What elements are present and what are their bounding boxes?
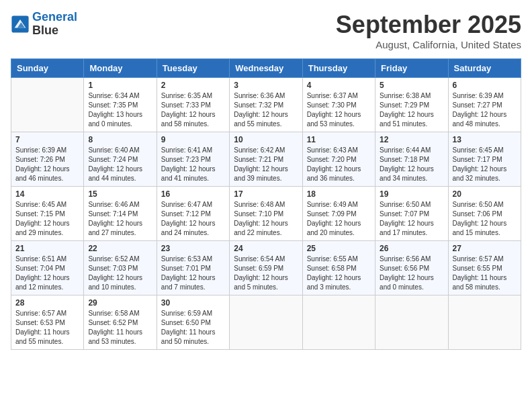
weekday-header-saturday: Saturday <box>448 59 521 78</box>
cell-info: Sunrise: 6:58 AMSunset: 6:52 PMDaylight:… <box>88 309 152 347</box>
day-number: 27 <box>453 244 517 253</box>
weekday-header-thursday: Thursday <box>302 59 375 78</box>
cell-info: Sunrise: 6:50 AMSunset: 7:06 PMDaylight:… <box>453 200 517 238</box>
calendar-cell: 3Sunrise: 6:36 AMSunset: 7:32 PMDaylight… <box>230 78 302 132</box>
day-number: 15 <box>88 189 152 199</box>
calendar-cell: 9Sunrise: 6:41 AMSunset: 7:23 PMDaylight… <box>157 132 229 187</box>
calendar-cell: 11Sunrise: 6:43 AMSunset: 7:20 PMDayligh… <box>302 132 375 187</box>
calendar-week-5: 28Sunrise: 6:57 AMSunset: 6:53 PMDayligh… <box>11 295 521 350</box>
cell-info: Sunrise: 6:37 AMSunset: 7:30 PMDaylight:… <box>307 91 371 129</box>
calendar-cell: 1Sunrise: 6:34 AMSunset: 7:35 PMDaylight… <box>84 78 157 132</box>
cell-info: Sunrise: 6:45 AMSunset: 7:15 PMDaylight:… <box>15 200 79 238</box>
logo-text: General Blue <box>32 11 77 38</box>
calendar-cell: 29Sunrise: 6:58 AMSunset: 6:52 PMDayligh… <box>84 295 157 350</box>
calendar-week-4: 21Sunrise: 6:51 AMSunset: 7:04 PMDayligh… <box>11 241 521 295</box>
cell-info: Sunrise: 6:43 AMSunset: 7:20 PMDaylight:… <box>307 146 371 183</box>
calendar-week-3: 14Sunrise: 6:45 AMSunset: 7:15 PMDayligh… <box>11 187 521 241</box>
cell-info: Sunrise: 6:41 AMSunset: 7:23 PMDaylight:… <box>161 146 225 183</box>
calendar-cell: 30Sunrise: 6:59 AMSunset: 6:50 PMDayligh… <box>157 295 229 350</box>
calendar-cell: 13Sunrise: 6:45 AMSunset: 7:17 PMDayligh… <box>448 132 521 187</box>
weekday-header-sunday: Sunday <box>11 59 84 78</box>
calendar-cell: 5Sunrise: 6:38 AMSunset: 7:29 PMDaylight… <box>375 78 448 132</box>
calendar-cell <box>230 295 302 350</box>
cell-info: Sunrise: 6:38 AMSunset: 7:29 PMDaylight:… <box>380 91 443 129</box>
logo-icon <box>11 15 30 34</box>
calendar-cell: 25Sunrise: 6:55 AMSunset: 6:58 PMDayligh… <box>302 241 375 295</box>
day-number: 25 <box>307 244 371 253</box>
day-number: 12 <box>380 135 443 144</box>
logo-line1: General <box>32 10 77 24</box>
day-number: 19 <box>380 189 443 199</box>
calendar-cell: 18Sunrise: 6:49 AMSunset: 7:09 PMDayligh… <box>302 187 375 241</box>
day-number: 30 <box>161 298 225 308</box>
calendar-week-1: 1Sunrise: 6:34 AMSunset: 7:35 PMDaylight… <box>11 78 521 132</box>
logo-line2: Blue <box>32 24 77 38</box>
calendar-cell: 26Sunrise: 6:56 AMSunset: 6:56 PMDayligh… <box>375 241 448 295</box>
calendar-cell: 20Sunrise: 6:50 AMSunset: 7:06 PMDayligh… <box>448 187 521 241</box>
cell-info: Sunrise: 6:35 AMSunset: 7:33 PMDaylight:… <box>161 91 225 129</box>
calendar-cell <box>11 78 84 132</box>
day-number: 6 <box>453 81 517 90</box>
calendar-cell: 28Sunrise: 6:57 AMSunset: 6:53 PMDayligh… <box>11 295 84 350</box>
day-number: 16 <box>161 189 225 199</box>
calendar-cell: 24Sunrise: 6:54 AMSunset: 6:59 PMDayligh… <box>230 241 302 295</box>
cell-info: Sunrise: 6:50 AMSunset: 7:07 PMDaylight:… <box>380 200 443 238</box>
day-number: 29 <box>88 298 152 308</box>
calendar-cell: 16Sunrise: 6:47 AMSunset: 7:12 PMDayligh… <box>157 187 229 241</box>
day-number: 18 <box>307 189 371 199</box>
cell-info: Sunrise: 6:45 AMSunset: 7:17 PMDaylight:… <box>453 146 517 183</box>
day-number: 13 <box>453 135 517 144</box>
location-title: August, California, United States <box>336 39 521 50</box>
calendar-cell: 15Sunrise: 6:46 AMSunset: 7:14 PMDayligh… <box>84 187 157 241</box>
day-number: 9 <box>161 135 225 144</box>
cell-info: Sunrise: 6:36 AMSunset: 7:32 PMDaylight:… <box>234 91 298 129</box>
day-number: 7 <box>15 135 79 144</box>
day-number: 1 <box>88 81 152 90</box>
calendar-cell: 7Sunrise: 6:39 AMSunset: 7:26 PMDaylight… <box>11 132 84 187</box>
cell-info: Sunrise: 6:57 AMSunset: 6:53 PMDaylight:… <box>15 309 79 347</box>
calendar-cell: 14Sunrise: 6:45 AMSunset: 7:15 PMDayligh… <box>11 187 84 241</box>
cell-info: Sunrise: 6:53 AMSunset: 7:01 PMDaylight:… <box>161 255 225 292</box>
cell-info: Sunrise: 6:34 AMSunset: 7:35 PMDaylight:… <box>88 91 152 129</box>
calendar-cell: 6Sunrise: 6:39 AMSunset: 7:27 PMDaylight… <box>448 78 521 132</box>
cell-info: Sunrise: 6:51 AMSunset: 7:04 PMDaylight:… <box>15 255 79 292</box>
calendar-cell: 10Sunrise: 6:42 AMSunset: 7:21 PMDayligh… <box>230 132 302 187</box>
calendar-cell: 17Sunrise: 6:48 AMSunset: 7:10 PMDayligh… <box>230 187 302 241</box>
cell-info: Sunrise: 6:49 AMSunset: 7:09 PMDaylight:… <box>307 200 371 238</box>
day-number: 5 <box>380 81 443 90</box>
cell-info: Sunrise: 6:59 AMSunset: 6:50 PMDaylight:… <box>161 309 225 347</box>
title-area: September 2025 August, California, Unite… <box>336 11 521 50</box>
cell-info: Sunrise: 6:48 AMSunset: 7:10 PMDaylight:… <box>234 200 298 238</box>
cell-info: Sunrise: 6:39 AMSunset: 7:26 PMDaylight:… <box>15 146 79 183</box>
calendar-cell: 19Sunrise: 6:50 AMSunset: 7:07 PMDayligh… <box>375 187 448 241</box>
weekday-header-wednesday: Wednesday <box>230 59 302 78</box>
calendar-cell: 23Sunrise: 6:53 AMSunset: 7:01 PMDayligh… <box>157 241 229 295</box>
calendar-cell: 2Sunrise: 6:35 AMSunset: 7:33 PMDaylight… <box>157 78 229 132</box>
cell-info: Sunrise: 6:46 AMSunset: 7:14 PMDaylight:… <box>88 200 152 238</box>
day-number: 3 <box>234 81 298 90</box>
calendar-week-2: 7Sunrise: 6:39 AMSunset: 7:26 PMDaylight… <box>11 132 521 187</box>
day-number: 10 <box>234 135 298 144</box>
day-number: 26 <box>380 244 443 253</box>
calendar-table: SundayMondayTuesdayWednesdayThursdayFrid… <box>11 58 521 350</box>
cell-info: Sunrise: 6:42 AMSunset: 7:21 PMDaylight:… <box>234 146 298 183</box>
cell-info: Sunrise: 6:55 AMSunset: 6:58 PMDaylight:… <box>307 255 371 292</box>
day-number: 21 <box>15 244 79 253</box>
day-number: 28 <box>15 298 79 308</box>
calendar-cell: 27Sunrise: 6:57 AMSunset: 6:55 PMDayligh… <box>448 241 521 295</box>
cell-info: Sunrise: 6:52 AMSunset: 7:03 PMDaylight:… <box>88 255 152 292</box>
day-number: 4 <box>307 81 371 90</box>
cell-info: Sunrise: 6:47 AMSunset: 7:12 PMDaylight:… <box>161 200 225 238</box>
calendar-cell: 22Sunrise: 6:52 AMSunset: 7:03 PMDayligh… <box>84 241 157 295</box>
weekday-header-monday: Monday <box>84 59 157 78</box>
calendar-header-row: SundayMondayTuesdayWednesdayThursdayFrid… <box>11 59 521 78</box>
day-number: 22 <box>88 244 152 253</box>
day-number: 14 <box>15 189 79 199</box>
calendar-cell: 4Sunrise: 6:37 AMSunset: 7:30 PMDaylight… <box>302 78 375 132</box>
day-number: 17 <box>234 189 298 199</box>
page-header: General Blue September 2025 August, Cali… <box>11 11 521 50</box>
day-number: 2 <box>161 81 225 90</box>
calendar-cell: 21Sunrise: 6:51 AMSunset: 7:04 PMDayligh… <box>11 241 84 295</box>
day-number: 11 <box>307 135 371 144</box>
cell-info: Sunrise: 6:56 AMSunset: 6:56 PMDaylight:… <box>380 255 443 292</box>
